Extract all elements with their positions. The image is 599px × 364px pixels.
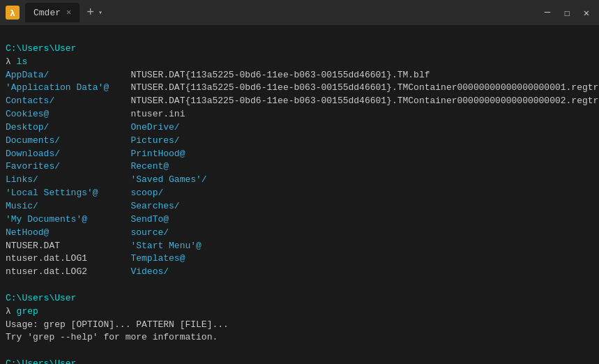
- app-logo: λ: [6, 6, 20, 20]
- svg-text:λ: λ: [10, 8, 15, 19]
- maximize-button[interactable]: ☐: [560, 7, 574, 19]
- new-tab-button[interactable]: +: [84, 6, 97, 20]
- terminal-output[interactable]: C:\Users\User λ ls AppData/ NTUSER.DAT{1…: [0, 25, 599, 364]
- active-tab[interactable]: Cmder ✕: [25, 3, 79, 22]
- tab-label: Cmder: [33, 8, 61, 18]
- close-tab-button[interactable]: ✕: [66, 8, 71, 17]
- titlebar: λ Cmder ✕ + ▾ ─ ☐ ✕: [0, 0, 599, 25]
- terminal-content: C:\Users\User λ ls AppData/ NTUSER.DAT{1…: [6, 43, 599, 364]
- close-button[interactable]: ✕: [579, 7, 593, 19]
- window-controls: ─ ☐ ✕: [540, 7, 593, 19]
- tab-dropdown-button[interactable]: ▾: [97, 8, 104, 17]
- minimize-button[interactable]: ─: [540, 7, 554, 18]
